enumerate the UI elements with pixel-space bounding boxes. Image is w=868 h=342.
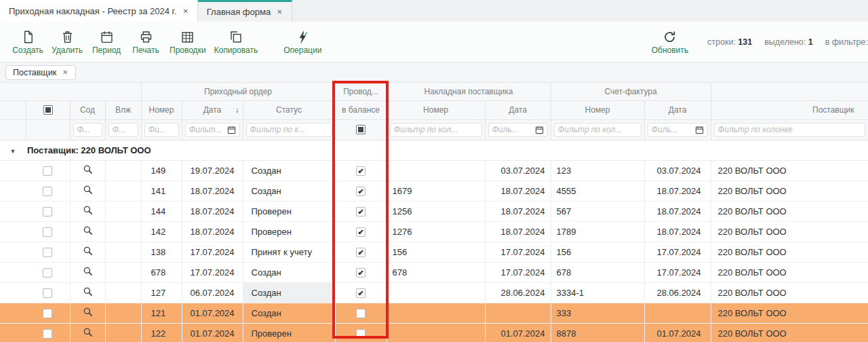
delete-button[interactable]: Удалить <box>47 26 87 57</box>
filter-input-order-date[interactable]: Фильт... <box>185 123 240 137</box>
tab-0[interactable]: Приходная накладная - Реестр за 2024 г.✕ <box>0 0 198 22</box>
supplier-invoice-number-cell: 1276 <box>387 221 485 242</box>
row-select-checkbox[interactable] <box>43 248 52 257</box>
refresh-button[interactable]: Обновить <box>648 26 692 57</box>
row-select-checkbox[interactable] <box>43 187 52 196</box>
copy-icon <box>229 29 243 44</box>
table-row[interactable]: 12706.07.2024Создан✔28.06.20243334-128.0… <box>0 282 868 303</box>
table-row[interactable]: 14919.07.2024Создан✔03.07.202412303.07.2… <box>0 160 868 180</box>
table-row[interactable]: 14218.07.2024Проверен✔127618.07.20241789… <box>0 221 868 242</box>
toolbar: СоздатьУдалитьПериодПечатьПроводкиКопиро… <box>0 22 868 62</box>
col-header-invoice-number[interactable]: Номер <box>387 100 485 119</box>
filter-input-sod[interactable]: Ф... <box>73 123 102 137</box>
tab-label: Главная форма <box>207 7 271 17</box>
col-header-sf-number[interactable]: Номер <box>551 100 644 119</box>
search-icon[interactable] <box>83 225 93 235</box>
filter-input-status[interactable]: Фильтр по к... <box>246 123 332 137</box>
table-row[interactable]: 12201.07.2024Проверен01.07.2024887801.07… <box>0 323 868 342</box>
stat-in-filter: в фильтре: <box>825 37 868 47</box>
filter-input-invoice-date[interactable]: Филь... <box>488 123 548 137</box>
filter-input-sf-date[interactable]: Филь... <box>648 123 708 137</box>
operations-button[interactable]: Операции <box>279 26 326 57</box>
col-header-order-number[interactable]: Номер <box>141 100 182 119</box>
row-select-checkbox[interactable] <box>43 227 52 237</box>
toolbar-button-label: Операции <box>283 45 321 55</box>
posted-checkbox[interactable]: ✔ <box>356 248 366 257</box>
col-header-invoice-date[interactable]: Дата <box>485 100 551 119</box>
order-number-cell: 144 <box>141 201 182 221</box>
row-select-checkbox[interactable] <box>43 166 52 176</box>
filter-input-sf-number[interactable]: Фильтр по кол... <box>554 123 642 137</box>
posted-checkbox[interactable]: ✔ <box>356 288 366 298</box>
sf-date-cell <box>644 303 711 323</box>
posted-checkbox[interactable]: ✔ <box>356 268 366 278</box>
posted-checkbox[interactable]: ✔ <box>356 166 366 176</box>
filter-input-supplier[interactable]: Фильтр по колонке <box>714 123 865 137</box>
collapse-icon[interactable]: ▼ <box>10 148 16 155</box>
posted-checkbox[interactable]: ✔ <box>356 227 366 237</box>
supplier-cell: 220 ВОЛЬТ ООО <box>711 303 868 323</box>
posted-checkbox[interactable]: ✔ <box>356 187 366 196</box>
search-icon[interactable] <box>83 246 93 256</box>
chip-close-icon[interactable]: ✕ <box>62 69 68 76</box>
row-select-checkbox[interactable] <box>43 309 52 318</box>
supplier-invoice-number-cell <box>387 303 485 323</box>
search-icon[interactable] <box>83 185 93 195</box>
col-header-supplier[interactable]: Поставщик <box>711 100 868 119</box>
filter-input-invoice-number[interactable]: Фильтр по кол... <box>390 123 482 137</box>
tab-close-icon[interactable]: ✕ <box>182 7 188 15</box>
supplier-cell: 220 ВОЛЬТ ООО <box>711 323 868 342</box>
select-all-checkbox[interactable] <box>43 105 53 115</box>
col-header-sod[interactable]: Сод <box>70 100 105 119</box>
sf-number-cell: 3334-1 <box>551 282 644 303</box>
row-select-checkbox[interactable] <box>43 329 52 339</box>
postings-button[interactable]: Проводки <box>165 26 210 57</box>
period-button[interactable]: Период <box>87 26 126 57</box>
order-number-cell: 142 <box>141 221 182 242</box>
status-cell: Проверен <box>243 323 335 342</box>
print-button[interactable]: Печать <box>126 26 165 57</box>
order-date-cell: 19.07.2024 <box>182 160 243 180</box>
tab-1[interactable]: Главная форма✕ <box>198 0 292 22</box>
supplier-cell: 220 ВОЛЬТ ООО <box>711 242 868 262</box>
table-row[interactable]: 14118.07.2024Создан✔167918.07.2024455518… <box>0 180 868 201</box>
table-row[interactable]: 67817.07.2024Создан✔67817.07.202467817.0… <box>0 262 868 282</box>
search-icon[interactable] <box>83 205 93 215</box>
status-cell: Создан <box>243 303 335 323</box>
search-icon[interactable] <box>83 307 93 317</box>
status-cell: Создан <box>243 180 335 201</box>
order-number-cell: 121 <box>141 303 182 323</box>
filter-input-order-number[interactable]: Фи... <box>144 123 179 137</box>
order-number-cell: 149 <box>141 160 182 180</box>
search-icon[interactable] <box>83 286 93 297</box>
supplier-cell: 220 ВОЛЬТ ООО <box>711 180 868 201</box>
posted-checkbox[interactable]: ✔ <box>356 207 366 216</box>
row-select-checkbox[interactable] <box>43 288 52 298</box>
filter-input-vlzh[interactable]: Ф... <box>108 123 138 137</box>
attachment-cell <box>105 221 141 242</box>
copy-button[interactable]: Копировать <box>210 26 262 57</box>
col-header-posted[interactable]: в балансе <box>335 100 387 119</box>
tab-close-icon[interactable]: ✕ <box>277 8 282 16</box>
create-button[interactable]: Создать <box>8 26 47 57</box>
sort-desc-icon: ↓ <box>235 105 239 115</box>
table-row[interactable]: 12101.07.2024Создан333220 ВОЛЬТ ООО <box>0 303 868 323</box>
table-row[interactable]: 14418.07.2024Проверен✔125618.07.20245671… <box>0 201 868 221</box>
posted-filter-checkbox[interactable] <box>356 125 366 134</box>
table-row[interactable]: 13817.07.2024Принят к учету✔15617.07.202… <box>0 242 868 262</box>
posted-checkbox[interactable] <box>356 309 366 318</box>
col-header-status[interactable]: Статус <box>243 100 335 119</box>
filter-chip-bar: Поставщик ✕ <box>0 62 868 83</box>
search-icon[interactable] <box>83 266 93 276</box>
posted-checkbox[interactable] <box>356 329 366 339</box>
grid-icon <box>180 29 195 44</box>
group-row[interactable]: ▼ Поставщик: 220 ВОЛЬТ ООО <box>0 140 868 160</box>
col-header-order-date[interactable]: Дата ↓ <box>182 100 243 119</box>
row-select-checkbox[interactable] <box>43 207 52 216</box>
row-select-checkbox[interactable] <box>43 268 52 278</box>
col-header-vlzh[interactable]: Влж <box>105 100 141 119</box>
search-icon[interactable] <box>83 164 93 174</box>
filter-chip-supplier[interactable]: Поставщик ✕ <box>5 65 76 80</box>
search-icon[interactable] <box>83 327 93 337</box>
col-header-sf-date[interactable]: Дата <box>644 100 711 119</box>
